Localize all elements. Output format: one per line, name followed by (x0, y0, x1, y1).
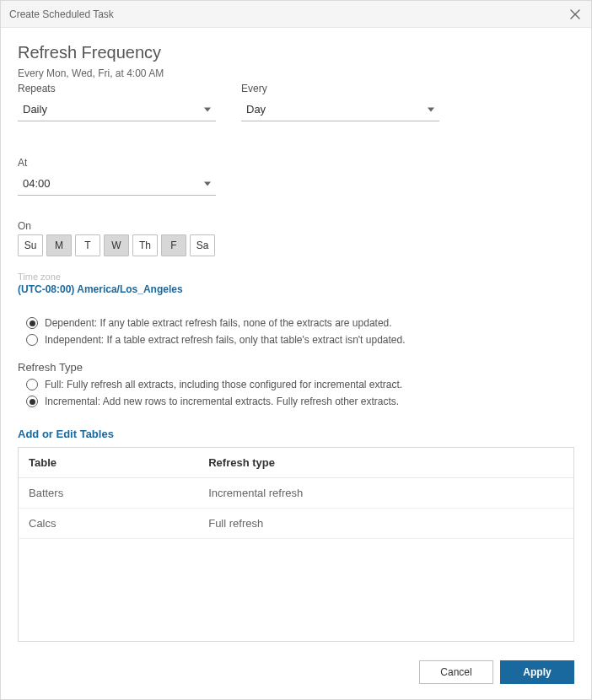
every-value: Day (246, 103, 266, 116)
chevron-down-icon (204, 181, 211, 186)
dependency-independent-row[interactable]: Independent: If a table extract refresh … (18, 334, 574, 346)
repeats-select[interactable]: Daily (18, 98, 216, 121)
table-row[interactable]: Batters Incremental refresh (19, 478, 573, 509)
create-scheduled-task-modal: Create Scheduled Task Refresh Frequency … (0, 0, 592, 700)
radio-incremental[interactable] (26, 396, 38, 407)
at-field: At 04:00 (18, 157, 216, 196)
add-edit-tables-link[interactable]: Add or Edit Tables (18, 428, 574, 440)
radio-full[interactable] (26, 379, 38, 390)
apply-button[interactable]: Apply (500, 660, 574, 684)
close-icon[interactable] (568, 7, 583, 22)
cell-table-name: Batters (19, 478, 198, 509)
timezone-label: Time zone (18, 272, 574, 282)
at-select[interactable]: 04:00 (18, 172, 216, 196)
day-btn-th[interactable]: Th (132, 234, 158, 256)
refresh-type-heading: Refresh Type (18, 361, 574, 374)
tables-panel: Table Refresh type Batters Incremental r… (18, 447, 574, 642)
timezone-link[interactable]: (UTC-08:00) America/Los_Angeles (18, 283, 574, 295)
incremental-label: Incremental: Add new rows to incremental… (45, 396, 399, 407)
cell-table-name: Calcs (19, 509, 198, 539)
chevron-down-icon (428, 107, 434, 111)
every-select[interactable]: Day (241, 98, 439, 121)
every-label: Every (241, 83, 439, 94)
radio-dependent[interactable] (26, 317, 38, 329)
day-btn-w[interactable]: W (104, 234, 129, 256)
day-btn-f[interactable]: F (161, 234, 186, 256)
cancel-button[interactable]: Cancel (419, 660, 493, 684)
day-btn-su[interactable]: Su (18, 234, 43, 256)
independent-label: Independent: If a table extract refresh … (45, 334, 406, 346)
refresh-full-row[interactable]: Full: Fully refresh all extracts, includ… (18, 379, 574, 390)
day-btn-t[interactable]: T (75, 234, 100, 256)
repeats-value: Daily (23, 103, 47, 116)
tables-table: Table Refresh type Batters Incremental r… (19, 448, 573, 539)
full-label: Full: Fully refresh all extracts, includ… (45, 379, 402, 390)
dependency-dependent-row[interactable]: Dependent: If any table extract refresh … (18, 317, 574, 329)
chevron-down-icon (204, 107, 211, 111)
on-label: On (18, 220, 31, 232)
table-row[interactable]: Calcs Full refresh (19, 509, 573, 539)
every-field: Every Day (241, 83, 439, 121)
page-title: Refresh Frequency (18, 43, 574, 62)
refresh-incremental-row[interactable]: Incremental: Add new rows to incremental… (18, 396, 574, 407)
col-refresh-type: Refresh type (198, 448, 573, 478)
cell-refresh-type: Full refresh (198, 509, 573, 539)
repeats-field: Repeats Daily (18, 83, 216, 121)
radio-independent[interactable] (26, 334, 38, 346)
cell-refresh-type: Incremental refresh (198, 478, 573, 509)
col-table: Table (19, 448, 198, 478)
day-btn-sa[interactable]: Sa (190, 234, 215, 256)
at-label: At (18, 157, 216, 169)
dependent-label: Dependent: If any table extract refresh … (45, 317, 392, 329)
day-picker: Su M T W Th F Sa (18, 234, 574, 256)
modal-footer: Cancel Apply (1, 649, 591, 699)
schedule-summary: Every Mon, Wed, Fri, at 4:00 AM (18, 67, 574, 79)
at-value: 04:00 (23, 177, 51, 190)
modal-body: Refresh Frequency Every Mon, Wed, Fri, a… (1, 28, 591, 649)
modal-header: Create Scheduled Task (1, 1, 591, 28)
modal-title: Create Scheduled Task (9, 8, 568, 20)
day-btn-m[interactable]: M (46, 234, 72, 256)
repeats-label: Repeats (18, 83, 216, 94)
